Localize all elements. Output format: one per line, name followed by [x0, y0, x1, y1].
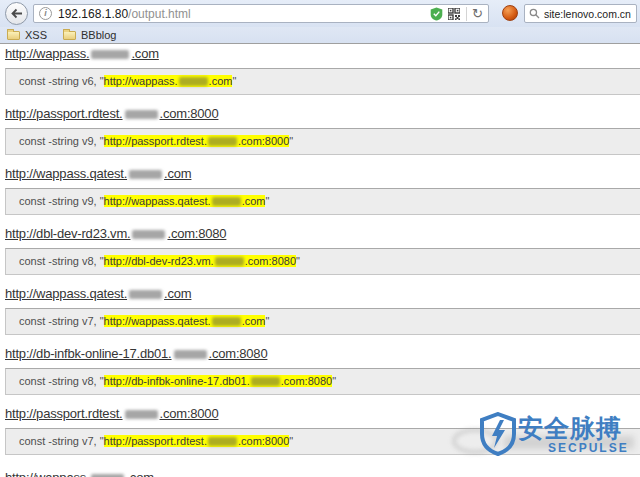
url-text: http://wappass. — [104, 75, 178, 87]
url-text: .com:8080 — [209, 346, 268, 361]
redacted-domain — [212, 317, 241, 326]
result-entry: http://wappass..com const -string v6, "h… — [0, 47, 640, 95]
folder-icon — [7, 31, 20, 40]
highlighted-url: http://wappass.qatest..com — [104, 195, 266, 207]
url-path-text: /output.html — [128, 7, 191, 21]
redacted-domain — [251, 377, 280, 386]
url-text: http://wappass.qatest. — [104, 315, 211, 327]
page-info-icon[interactable]: i — [39, 7, 52, 20]
url-text: http://wappass. — [5, 46, 89, 61]
url-text: .com:8080 — [245, 255, 296, 267]
redacted-domain — [125, 410, 158, 419]
address-bar[interactable]: i 192.168.1.80 /output.html ↻ — [33, 4, 489, 23]
url-text: http://dbl-dev-rd23.vm. — [5, 226, 130, 241]
code-text: " — [289, 135, 293, 147]
code-text: " — [265, 195, 269, 207]
bookmark-folder-xss[interactable]: XSS — [7, 29, 47, 41]
code-text: const -string v7, " — [19, 435, 104, 447]
url-text: .com — [164, 286, 191, 301]
url-text: http://passport.rdtest. — [5, 406, 123, 421]
const-string-box: const -string v9, "http://passport.rdtes… — [5, 128, 640, 155]
result-entry: http://passport.rdtest..com:8000 const -… — [0, 407, 640, 455]
url-text: http://wappass.qatest. — [5, 286, 127, 301]
url-text: http://passport.rdtest. — [104, 435, 207, 447]
back-arrow-icon — [10, 8, 23, 19]
redacted-domain — [174, 350, 207, 359]
redacted-domain — [208, 137, 237, 146]
url-text: http://dbl-dev-rd23.vm. — [104, 255, 214, 267]
result-url-link[interactable]: http://wappass..com — [5, 471, 635, 477]
url-text: .com:8000 — [160, 406, 219, 421]
code-text: const -string v8, " — [19, 375, 104, 387]
page-content: http://wappass..com const -string v6, "h… — [0, 44, 640, 477]
code-text: const -string v9, " — [19, 135, 104, 147]
result-entry: http://passport.rdtest..com:8000 const -… — [0, 107, 640, 155]
code-text: " — [265, 315, 269, 327]
security-shield-icon[interactable] — [430, 7, 443, 21]
code-text: " — [232, 75, 236, 87]
result-entry: http://wappass.qatest..com const -string… — [0, 167, 640, 215]
redacted-domain — [129, 290, 162, 299]
search-bar[interactable] — [524, 4, 637, 23]
code-text: " — [289, 435, 293, 447]
qr-code-icon[interactable] — [448, 8, 460, 20]
back-button[interactable] — [5, 2, 28, 25]
reload-icon[interactable]: ↻ — [472, 5, 483, 22]
bookmark-folder-bbblog[interactable]: BBblog — [63, 29, 116, 41]
highlighted-url: http://dbl-dev-rd23.vm..com:8080 — [104, 255, 296, 267]
url-text: http://wappass. — [5, 470, 89, 477]
result-url-link[interactable]: http://wappass.qatest..com — [5, 167, 635, 181]
url-text: .com — [164, 166, 191, 181]
url-text: http://db-infbk-online-17.db01. — [104, 375, 250, 387]
url-text: .com — [131, 46, 158, 61]
highlighted-url: http://passport.rdtest..com:8000 — [104, 435, 290, 447]
highlighted-url: http://wappass.qatest..com — [104, 315, 266, 327]
code-text: const -string v7, " — [19, 315, 104, 327]
url-host-text: 192.168.1.80 — [58, 7, 128, 21]
code-text: " — [296, 255, 300, 267]
bookmark-label: XSS — [25, 29, 47, 41]
search-input[interactable] — [544, 8, 636, 20]
const-string-box: const -string v9, "http://wappass.qatest… — [5, 188, 640, 215]
url-text: http://passport.rdtest. — [5, 106, 123, 121]
url-text: .com — [209, 75, 233, 87]
code-text: const -string v6, " — [19, 75, 104, 87]
code-text: const -string v8, " — [19, 255, 104, 267]
const-string-box: const -string v6, "http://wappass..com" — [5, 68, 640, 95]
url-text: http://db-infbk-online-17.db01. — [5, 346, 172, 361]
url-text: .com — [242, 315, 266, 327]
bookmarks-bar: XSS BBblog — [0, 27, 640, 44]
url-text: .com:8000 — [160, 106, 219, 121]
result-url-link[interactable]: http://wappass..com — [5, 47, 635, 61]
bookmark-label: BBblog — [81, 29, 116, 41]
redacted-domain — [132, 230, 165, 239]
const-string-box: const -string v7, "http://wappass.qatest… — [5, 308, 640, 335]
url-text: .com:8000 — [238, 435, 289, 447]
redacted-domain — [208, 437, 237, 446]
code-text: " — [332, 375, 336, 387]
url-text: .com:8080 — [281, 375, 332, 387]
result-url-link[interactable]: http://dbl-dev-rd23.vm..com:8080 — [5, 227, 635, 241]
addon-button-icon[interactable] — [502, 5, 518, 21]
const-string-box: const -string v7, "http://passport.rdtes… — [5, 428, 640, 455]
redacted-domain — [125, 110, 158, 119]
const-string-box: const -string v8, "http://db-infbk-onlin… — [5, 368, 640, 395]
url-text: http://wappass.qatest. — [104, 195, 211, 207]
redacted-domain — [212, 197, 241, 206]
highlighted-url: http://wappass..com — [104, 75, 233, 87]
highlighted-url: http://db-infbk-online-17.db01..com:8080 — [104, 375, 333, 387]
url-text: .com — [242, 195, 266, 207]
result-url-link[interactable]: http://db-infbk-online-17.db01..com:8080 — [5, 347, 635, 361]
url-text: .com:8080 — [167, 226, 226, 241]
result-url-link[interactable]: http://passport.rdtest..com:8000 — [5, 407, 635, 421]
address-bar-divider — [466, 7, 467, 21]
folder-icon — [63, 31, 76, 40]
result-url-link[interactable]: http://passport.rdtest..com:8000 — [5, 107, 635, 121]
redacted-domain — [91, 50, 129, 59]
url-text: http://wappass.qatest. — [5, 166, 127, 181]
result-entry: http://wappass.qatest..com const -string… — [0, 287, 640, 335]
redacted-domain — [215, 257, 244, 266]
search-icon — [529, 8, 540, 19]
url-text: .com — [126, 470, 153, 477]
result-url-link[interactable]: http://wappass.qatest..com — [5, 287, 635, 301]
